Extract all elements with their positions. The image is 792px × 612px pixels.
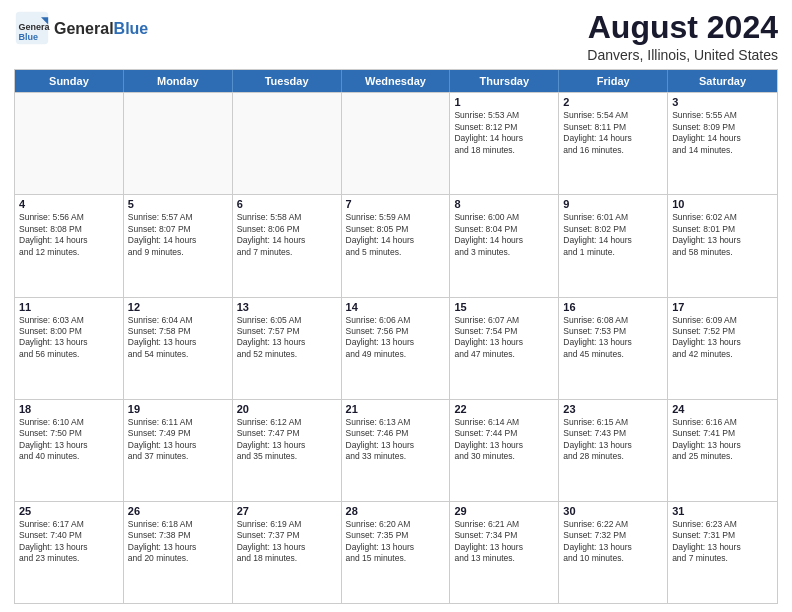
day-number: 6 (237, 198, 337, 210)
day-info: Sunrise: 6:22 AM Sunset: 7:32 PM Dayligh… (563, 519, 663, 565)
logo-blue-text: Blue (114, 20, 149, 37)
day-info: Sunrise: 6:20 AM Sunset: 7:35 PM Dayligh… (346, 519, 446, 565)
calendar-cell: 13Sunrise: 6:05 AM Sunset: 7:57 PM Dayli… (233, 298, 342, 399)
calendar-cell: 27Sunrise: 6:19 AM Sunset: 7:37 PM Dayli… (233, 502, 342, 603)
calendar-header: SundayMondayTuesdayWednesdayThursdayFrid… (15, 70, 777, 92)
day-number: 4 (19, 198, 119, 210)
calendar-cell: 25Sunrise: 6:17 AM Sunset: 7:40 PM Dayli… (15, 502, 124, 603)
day-info: Sunrise: 6:01 AM Sunset: 8:02 PM Dayligh… (563, 212, 663, 258)
day-number: 27 (237, 505, 337, 517)
calendar-cell: 23Sunrise: 6:15 AM Sunset: 7:43 PM Dayli… (559, 400, 668, 501)
day-number: 23 (563, 403, 663, 415)
day-info: Sunrise: 5:55 AM Sunset: 8:09 PM Dayligh… (672, 110, 773, 156)
header-day-sunday: Sunday (15, 70, 124, 92)
calendar-cell: 14Sunrise: 6:06 AM Sunset: 7:56 PM Dayli… (342, 298, 451, 399)
day-info: Sunrise: 6:06 AM Sunset: 7:56 PM Dayligh… (346, 315, 446, 361)
day-number: 12 (128, 301, 228, 313)
calendar-cell: 5Sunrise: 5:57 AM Sunset: 8:07 PM Daylig… (124, 195, 233, 296)
calendar-cell: 17Sunrise: 6:09 AM Sunset: 7:52 PM Dayli… (668, 298, 777, 399)
calendar-cell: 11Sunrise: 6:03 AM Sunset: 8:00 PM Dayli… (15, 298, 124, 399)
calendar-cell (342, 93, 451, 194)
calendar-cell: 12Sunrise: 6:04 AM Sunset: 7:58 PM Dayli… (124, 298, 233, 399)
day-info: Sunrise: 6:18 AM Sunset: 7:38 PM Dayligh… (128, 519, 228, 565)
header-day-tuesday: Tuesday (233, 70, 342, 92)
calendar-row-2: 11Sunrise: 6:03 AM Sunset: 8:00 PM Dayli… (15, 297, 777, 399)
day-number: 18 (19, 403, 119, 415)
calendar-cell: 26Sunrise: 6:18 AM Sunset: 7:38 PM Dayli… (124, 502, 233, 603)
header-day-thursday: Thursday (450, 70, 559, 92)
calendar-cell (15, 93, 124, 194)
calendar-cell: 15Sunrise: 6:07 AM Sunset: 7:54 PM Dayli… (450, 298, 559, 399)
day-info: Sunrise: 6:05 AM Sunset: 7:57 PM Dayligh… (237, 315, 337, 361)
calendar-cell: 29Sunrise: 6:21 AM Sunset: 7:34 PM Dayli… (450, 502, 559, 603)
calendar-cell: 28Sunrise: 6:20 AM Sunset: 7:35 PM Dayli… (342, 502, 451, 603)
day-info: Sunrise: 6:15 AM Sunset: 7:43 PM Dayligh… (563, 417, 663, 463)
header-day-saturday: Saturday (668, 70, 777, 92)
day-number: 1 (454, 96, 554, 108)
day-number: 16 (563, 301, 663, 313)
day-number: 14 (346, 301, 446, 313)
day-info: Sunrise: 6:23 AM Sunset: 7:31 PM Dayligh… (672, 519, 773, 565)
day-number: 19 (128, 403, 228, 415)
calendar: SundayMondayTuesdayWednesdayThursdayFrid… (14, 69, 778, 604)
calendar-cell: 9Sunrise: 6:01 AM Sunset: 8:02 PM Daylig… (559, 195, 668, 296)
calendar-cell: 8Sunrise: 6:00 AM Sunset: 8:04 PM Daylig… (450, 195, 559, 296)
calendar-cell: 31Sunrise: 6:23 AM Sunset: 7:31 PM Dayli… (668, 502, 777, 603)
day-number: 10 (672, 198, 773, 210)
day-number: 20 (237, 403, 337, 415)
location: Danvers, Illinois, United States (587, 47, 778, 63)
day-number: 22 (454, 403, 554, 415)
day-number: 21 (346, 403, 446, 415)
header-day-monday: Monday (124, 70, 233, 92)
page: General Blue GeneralBlue August 2024 Dan… (0, 0, 792, 612)
calendar-cell: 30Sunrise: 6:22 AM Sunset: 7:32 PM Dayli… (559, 502, 668, 603)
calendar-cell: 3Sunrise: 5:55 AM Sunset: 8:09 PM Daylig… (668, 93, 777, 194)
day-info: Sunrise: 6:09 AM Sunset: 7:52 PM Dayligh… (672, 315, 773, 361)
calendar-cell: 2Sunrise: 5:54 AM Sunset: 8:11 PM Daylig… (559, 93, 668, 194)
header-day-friday: Friday (559, 70, 668, 92)
day-info: Sunrise: 6:13 AM Sunset: 7:46 PM Dayligh… (346, 417, 446, 463)
calendar-cell: 16Sunrise: 6:08 AM Sunset: 7:53 PM Dayli… (559, 298, 668, 399)
day-info: Sunrise: 5:53 AM Sunset: 8:12 PM Dayligh… (454, 110, 554, 156)
day-info: Sunrise: 6:03 AM Sunset: 8:00 PM Dayligh… (19, 315, 119, 361)
calendar-row-3: 18Sunrise: 6:10 AM Sunset: 7:50 PM Dayli… (15, 399, 777, 501)
day-number: 5 (128, 198, 228, 210)
day-info: Sunrise: 6:14 AM Sunset: 7:44 PM Dayligh… (454, 417, 554, 463)
day-number: 25 (19, 505, 119, 517)
day-number: 29 (454, 505, 554, 517)
calendar-cell: 7Sunrise: 5:59 AM Sunset: 8:05 PM Daylig… (342, 195, 451, 296)
calendar-cell: 1Sunrise: 5:53 AM Sunset: 8:12 PM Daylig… (450, 93, 559, 194)
day-info: Sunrise: 6:16 AM Sunset: 7:41 PM Dayligh… (672, 417, 773, 463)
calendar-body: 1Sunrise: 5:53 AM Sunset: 8:12 PM Daylig… (15, 92, 777, 603)
day-info: Sunrise: 6:11 AM Sunset: 7:49 PM Dayligh… (128, 417, 228, 463)
calendar-cell: 20Sunrise: 6:12 AM Sunset: 7:47 PM Dayli… (233, 400, 342, 501)
calendar-cell (233, 93, 342, 194)
day-info: Sunrise: 5:54 AM Sunset: 8:11 PM Dayligh… (563, 110, 663, 156)
logo-area: General Blue GeneralBlue (14, 10, 148, 46)
day-number: 2 (563, 96, 663, 108)
day-number: 17 (672, 301, 773, 313)
header-day-wednesday: Wednesday (342, 70, 451, 92)
day-info: Sunrise: 5:58 AM Sunset: 8:06 PM Dayligh… (237, 212, 337, 258)
svg-text:General: General (19, 22, 51, 32)
calendar-cell: 18Sunrise: 6:10 AM Sunset: 7:50 PM Dayli… (15, 400, 124, 501)
calendar-cell: 4Sunrise: 5:56 AM Sunset: 8:08 PM Daylig… (15, 195, 124, 296)
calendar-cell: 10Sunrise: 6:02 AM Sunset: 8:01 PM Dayli… (668, 195, 777, 296)
day-number: 28 (346, 505, 446, 517)
day-number: 11 (19, 301, 119, 313)
day-number: 9 (563, 198, 663, 210)
logo: General Blue GeneralBlue (14, 10, 148, 46)
calendar-cell: 21Sunrise: 6:13 AM Sunset: 7:46 PM Dayli… (342, 400, 451, 501)
calendar-row-4: 25Sunrise: 6:17 AM Sunset: 7:40 PM Dayli… (15, 501, 777, 603)
header: General Blue GeneralBlue August 2024 Dan… (14, 10, 778, 63)
day-info: Sunrise: 6:04 AM Sunset: 7:58 PM Dayligh… (128, 315, 228, 361)
calendar-row-0: 1Sunrise: 5:53 AM Sunset: 8:12 PM Daylig… (15, 92, 777, 194)
logo-icon: General Blue (14, 10, 50, 46)
day-info: Sunrise: 6:00 AM Sunset: 8:04 PM Dayligh… (454, 212, 554, 258)
calendar-cell: 24Sunrise: 6:16 AM Sunset: 7:41 PM Dayli… (668, 400, 777, 501)
day-info: Sunrise: 5:57 AM Sunset: 8:07 PM Dayligh… (128, 212, 228, 258)
day-info: Sunrise: 6:10 AM Sunset: 7:50 PM Dayligh… (19, 417, 119, 463)
title-area: August 2024 Danvers, Illinois, United St… (587, 10, 778, 63)
day-info: Sunrise: 6:19 AM Sunset: 7:37 PM Dayligh… (237, 519, 337, 565)
month-year: August 2024 (587, 10, 778, 45)
